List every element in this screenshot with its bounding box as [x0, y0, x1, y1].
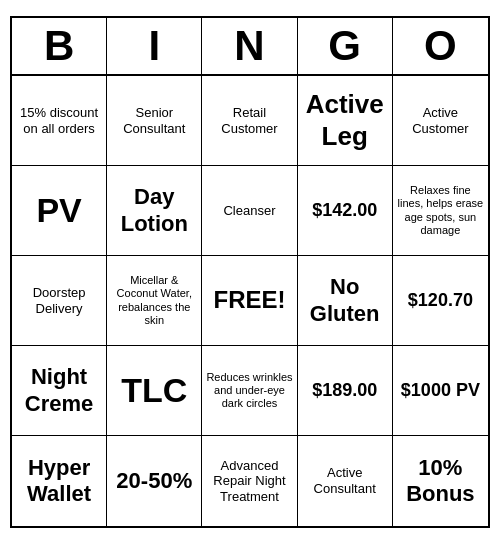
bingo-cell: $189.00: [298, 346, 393, 436]
bingo-cell-text: Cleanser: [223, 203, 275, 219]
bingo-cell-text: $1000 PV: [401, 380, 480, 402]
bingo-header: BINGO: [12, 18, 488, 76]
bingo-cell: 15% discount on all orders: [12, 76, 107, 166]
bingo-cell-text: Senior Consultant: [111, 105, 197, 136]
bingo-cell: Micellar & Coconut Water, rebalances the…: [107, 256, 202, 346]
bingo-cell: TLC: [107, 346, 202, 436]
bingo-cell-text: 10% Bonus: [397, 455, 484, 508]
bingo-header-letter: I: [107, 18, 202, 74]
bingo-cell: Cleanser: [202, 166, 297, 256]
bingo-header-letter: B: [12, 18, 107, 74]
bingo-cell: PV: [12, 166, 107, 256]
bingo-cell: Hyper Wallet: [12, 436, 107, 526]
bingo-header-letter: G: [298, 18, 393, 74]
bingo-cell: Reduces wrinkles and under-eye dark circ…: [202, 346, 297, 436]
bingo-cell-text: Relaxes fine lines, helps erase age spot…: [397, 184, 484, 237]
bingo-cell-text: Doorstep Delivery: [16, 285, 102, 316]
bingo-grid: 15% discount on all ordersSenior Consult…: [12, 76, 488, 526]
bingo-cell-text: 15% discount on all orders: [16, 105, 102, 136]
bingo-header-letter: N: [202, 18, 297, 74]
bingo-cell-text: No Gluten: [302, 274, 388, 327]
bingo-cell-text: $120.70: [408, 290, 473, 312]
bingo-cell-text: $189.00: [312, 380, 377, 402]
bingo-cell: 20-50%: [107, 436, 202, 526]
bingo-cell: Relaxes fine lines, helps erase age spot…: [393, 166, 488, 256]
bingo-cell-text: Advanced Repair Night Treatment: [206, 458, 292, 505]
bingo-cell: Advanced Repair Night Treatment: [202, 436, 297, 526]
bingo-cell: Senior Consultant: [107, 76, 202, 166]
bingo-cell: Active Leg: [298, 76, 393, 166]
bingo-cell-text: Active Customer: [397, 105, 484, 136]
bingo-cell: 10% Bonus: [393, 436, 488, 526]
bingo-cell: Active Customer: [393, 76, 488, 166]
bingo-cell: $1000 PV: [393, 346, 488, 436]
bingo-cell-text: PV: [36, 190, 81, 231]
bingo-cell-text: Reduces wrinkles and under-eye dark circ…: [206, 371, 292, 411]
bingo-cell: Doorstep Delivery: [12, 256, 107, 346]
bingo-cell-text: Hyper Wallet: [16, 455, 102, 508]
bingo-cell-text: FREE!: [213, 286, 285, 315]
bingo-cell-text: Active Leg: [302, 89, 388, 151]
bingo-card: BINGO 15% discount on all ordersSenior C…: [10, 16, 490, 528]
bingo-header-letter: O: [393, 18, 488, 74]
bingo-cell: Night Creme: [12, 346, 107, 436]
bingo-cell-text: Micellar & Coconut Water, rebalances the…: [111, 274, 197, 327]
bingo-cell: $120.70: [393, 256, 488, 346]
bingo-cell-text: $142.00: [312, 200, 377, 222]
bingo-cell-text: 20-50%: [116, 468, 192, 494]
bingo-cell: Day Lotion: [107, 166, 202, 256]
bingo-cell-text: Night Creme: [16, 364, 102, 417]
bingo-cell: No Gluten: [298, 256, 393, 346]
bingo-cell: FREE!: [202, 256, 297, 346]
bingo-cell-text: Active Consultant: [302, 465, 388, 496]
bingo-cell-text: TLC: [121, 370, 187, 411]
bingo-cell-text: Day Lotion: [111, 184, 197, 237]
bingo-cell: Active Consultant: [298, 436, 393, 526]
bingo-cell-text: Retail Customer: [206, 105, 292, 136]
bingo-cell: Retail Customer: [202, 76, 297, 166]
bingo-cell: $142.00: [298, 166, 393, 256]
